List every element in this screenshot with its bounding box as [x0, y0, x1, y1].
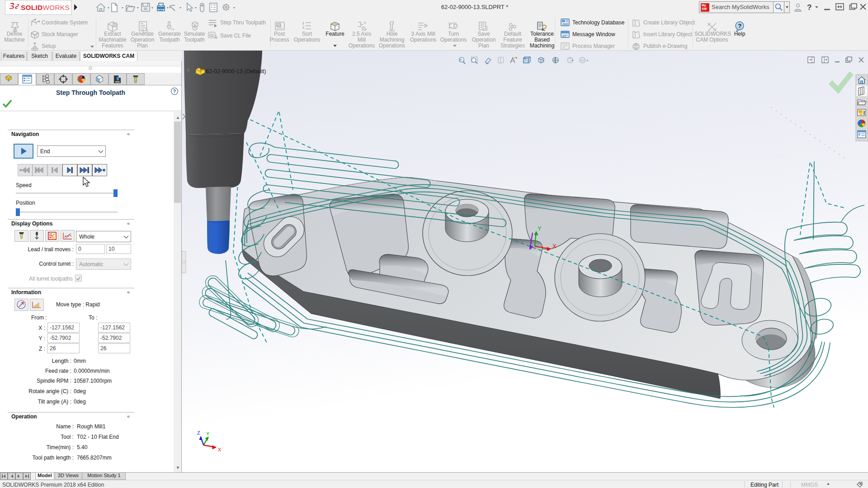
- svg-text:SOLIDWORKS: SOLIDWORKS: [21, 4, 70, 11]
- svg-text:Y: Y: [206, 431, 210, 436]
- svg-text:X: X: [218, 447, 222, 452]
- svg-text:?: ?: [173, 89, 176, 94]
- svg-text:62-02-9000-13 (Default): 62-02-9000-13 (Default): [206, 68, 266, 75]
- svg-text:?: ?: [807, 3, 811, 12]
- svg-text:X: X: [552, 243, 557, 249]
- svg-text:Y: Y: [538, 225, 542, 232]
- svg-text:G1: G1: [277, 24, 281, 27]
- svg-text:?: ?: [738, 23, 742, 29]
- svg-text:Z: Z: [197, 430, 200, 436]
- svg-text:CL: CL: [209, 33, 214, 38]
